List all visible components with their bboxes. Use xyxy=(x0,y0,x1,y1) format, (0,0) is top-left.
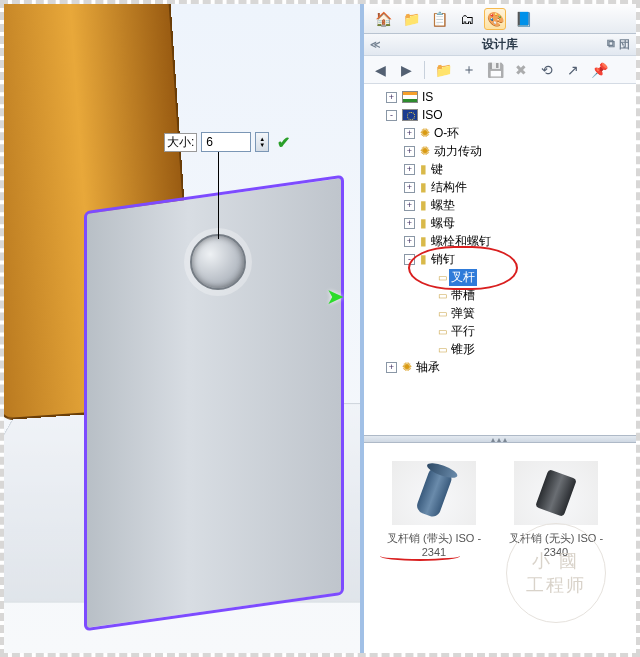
tree-fold-icon: ▮ xyxy=(420,162,427,176)
tree-item-结构件[interactable]: +▮结构件 xyxy=(368,178,632,196)
tree-label: 轴承 xyxy=(414,359,442,376)
dimension-callout: 大小: ▲▼ ✔ xyxy=(164,132,290,152)
tree-label: 平行 xyxy=(449,323,477,340)
drag-arrow-icon[interactable]: ➤ xyxy=(326,284,344,310)
tab-book-icon[interactable]: 📘 xyxy=(512,8,534,30)
panel-title: 设计库 xyxy=(482,36,518,53)
tab-table-icon[interactable]: 🗂 xyxy=(456,8,478,30)
tree-toggle-icon[interactable]: - xyxy=(404,254,415,265)
part-preview-icon xyxy=(415,467,453,518)
thumbnail-image xyxy=(514,461,598,525)
watermark-line2: 工程师 xyxy=(526,573,586,597)
watermark-line1: 小 國 xyxy=(532,549,579,573)
tree-label: 锥形 xyxy=(449,341,477,358)
watermark: 小 國 工程师 xyxy=(506,523,606,623)
tree-eu-icon xyxy=(402,109,418,121)
tree-toggle-icon[interactable]: + xyxy=(386,362,397,373)
dimension-label: 大小: xyxy=(164,133,197,152)
tree-label: O-环 xyxy=(432,125,461,142)
panel-grip-icon[interactable]: ≪ xyxy=(370,39,380,50)
tree-item-叉杆[interactable]: ▭叉杆 xyxy=(368,268,632,286)
library-toolbar: ◀▶📁＋💾✖⟲↗📌 xyxy=(364,56,636,84)
tree-gear-icon: ✺ xyxy=(420,126,430,140)
thumbnail-caption: 叉杆销 (带头) ISO - 2341 xyxy=(378,531,490,559)
toolbar-back-icon[interactable]: ◀ xyxy=(370,60,390,80)
app-frame: 大小: ▲▼ ✔ ➤ 小 國 工程师 🏠 📁 📋 🗂 🎨 📘 ≪ 设计库 ⧉ 団 xyxy=(0,0,640,657)
tab-folder-icon[interactable]: 📁 xyxy=(400,8,422,30)
tree-toggle-icon[interactable]: + xyxy=(404,146,415,157)
tree-cyl-icon: ▭ xyxy=(438,290,447,301)
graphics-viewport[interactable]: 大小: ▲▼ ✔ ➤ xyxy=(4,4,364,653)
tree-toggle-icon[interactable]: + xyxy=(404,164,415,175)
pane-splitter[interactable]: ▴▴▴ xyxy=(364,435,636,443)
tree-item-螺母[interactable]: +▮螺母 xyxy=(368,214,632,232)
library-tree[interactable]: +IS-ISO+✺O-环+✺动力传动+▮键+▮结构件+▮螺垫+▮螺母+▮螺栓和螺… xyxy=(364,84,636,435)
dimension-spinner[interactable]: ▲▼ xyxy=(255,132,269,152)
tree-cyl-icon: ▭ xyxy=(438,272,447,283)
tree-toggle-icon[interactable]: + xyxy=(404,182,415,193)
tree-gear-icon: ✺ xyxy=(402,360,412,374)
tab-clipboard-icon[interactable]: 📋 xyxy=(428,8,450,30)
tree-label: 叉杆 xyxy=(449,269,477,286)
tree-label: IS xyxy=(420,90,435,104)
tree-cyl-icon: ▭ xyxy=(438,326,447,337)
tree-item-螺垫[interactable]: +▮螺垫 xyxy=(368,196,632,214)
taskpane-tabbar: 🏠 📁 📋 🗂 🎨 📘 xyxy=(364,4,636,34)
panel-pop-icon[interactable]: ⧉ xyxy=(607,37,615,52)
tree-cyl-icon: ▭ xyxy=(438,344,447,355)
toolbar-addfile-icon[interactable]: ＋ xyxy=(459,60,479,80)
toolbar-refresh-icon[interactable]: ⟲ xyxy=(537,60,557,80)
tree-fold-icon: ▮ xyxy=(420,180,427,194)
tree-label: 结构件 xyxy=(429,179,469,196)
toolbar-delete-icon: ✖ xyxy=(511,60,531,80)
tree-toggle-icon[interactable]: + xyxy=(404,128,415,139)
tree-item-平行[interactable]: ▭平行 xyxy=(368,322,632,340)
tree-fold-icon: ▮ xyxy=(420,216,427,230)
toolbar-save-icon: 💾 xyxy=(485,60,505,80)
tree-item-轴承[interactable]: +✺轴承 xyxy=(368,358,632,376)
dimension-leader xyxy=(218,152,219,239)
tree-label: ISO xyxy=(420,108,445,122)
tree-fold-icon: ▮ xyxy=(420,252,427,266)
tree-fold-icon: ▮ xyxy=(420,234,427,248)
tree-toggle-icon[interactable]: - xyxy=(386,110,397,121)
tree-toggle-icon[interactable]: + xyxy=(386,92,397,103)
tree-item-锥形[interactable]: ▭锥形 xyxy=(368,340,632,358)
tree-item-销钉[interactable]: -▮销钉 xyxy=(368,250,632,268)
tree-label: 螺垫 xyxy=(429,197,457,214)
tree-toggle-icon[interactable]: + xyxy=(404,200,415,211)
tree-gear-icon: ✺ xyxy=(420,144,430,158)
tab-palette-icon[interactable]: 🎨 xyxy=(484,8,506,30)
tree-label: 弹簧 xyxy=(449,305,477,322)
part-preview-icon xyxy=(535,469,577,517)
clamp-pin-hole xyxy=(190,234,246,290)
tree-item-螺栓和螺钉[interactable]: +▮螺栓和螺钉 xyxy=(368,232,632,250)
tree-label: 销钉 xyxy=(429,251,457,268)
tree-item-动力传动[interactable]: +✺动力传动 xyxy=(368,142,632,160)
tree-label: 螺栓和螺钉 xyxy=(429,233,493,250)
toolbar-addlib-icon[interactable]: 📁 xyxy=(433,60,453,80)
tree-item-ISO[interactable]: -ISO xyxy=(368,106,632,124)
tree-label: 螺母 xyxy=(429,215,457,232)
tree-toggle-icon[interactable]: + xyxy=(404,236,415,247)
toolbar-web-icon[interactable]: ↗ xyxy=(563,60,583,80)
tree-label: 键 xyxy=(429,161,445,178)
dimension-input[interactable] xyxy=(201,132,251,152)
thumbnail-pin-with-head[interactable]: 叉杆销 (带头) ISO - 2341 xyxy=(378,461,490,559)
tree-item-O-环[interactable]: +✺O-环 xyxy=(368,124,632,142)
tree-item-弹簧[interactable]: ▭弹簧 xyxy=(368,304,632,322)
dimension-accept-icon[interactable]: ✔ xyxy=(277,133,290,152)
toolbar-fwd-icon[interactable]: ▶ xyxy=(396,60,416,80)
tree-cyl-icon: ▭ xyxy=(438,308,447,319)
tab-home-icon[interactable]: 🏠 xyxy=(372,8,394,30)
thumbnail-image xyxy=(392,461,476,525)
panel-titlebar: ≪ 设计库 ⧉ 団 xyxy=(364,34,636,56)
tree-label: 动力传动 xyxy=(432,143,484,160)
panel-close-icon[interactable]: 団 xyxy=(619,37,630,52)
tree-item-键[interactable]: +▮键 xyxy=(368,160,632,178)
toolbar-separator xyxy=(424,61,425,79)
tree-item-带槽[interactable]: ▭带槽 xyxy=(368,286,632,304)
toolbar-thumbtack-icon[interactable]: 📌 xyxy=(589,60,609,80)
tree-item-IS[interactable]: +IS xyxy=(368,88,632,106)
tree-toggle-icon[interactable]: + xyxy=(404,218,415,229)
